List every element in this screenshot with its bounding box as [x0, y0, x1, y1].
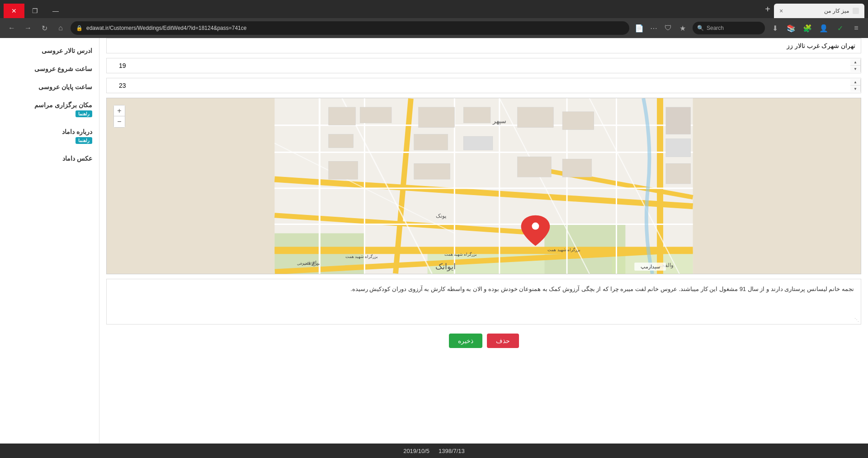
start-time-down[interactable]: ▼ — [850, 66, 860, 72]
map-container[interactable]: ایوانک سپهر پونک باغ فب والفجر بزرگراه ش… — [106, 98, 861, 274]
svg-rect-32 — [463, 137, 493, 150]
search-icon: 🔍 — [697, 25, 704, 31]
new-tab-button[interactable]: + — [765, 4, 770, 14]
cancel-button[interactable]: حذف — [487, 334, 519, 348]
browser-toolbar: ← → ↻ ⌂ 🔒 edawat.ir/Customers/Weddings/E… — [0, 18, 868, 38]
tab-favicon — [853, 8, 859, 14]
ceremony-badge[interactable]: راهنما — [75, 110, 92, 117]
security-icon: 🔒 — [76, 25, 83, 31]
svg-text:ایوانک: ایوانک — [435, 262, 456, 272]
svg-rect-26 — [329, 107, 356, 125]
shield-icon[interactable]: 🛡 — [662, 22, 675, 34]
home-button[interactable]: ⌂ — [54, 22, 67, 34]
zoom-in-button[interactable]: + — [114, 105, 125, 116]
resize-handle[interactable]: ⋰ — [107, 315, 861, 324]
tab-title: میز کار من — [824, 8, 849, 14]
sidebar-label-start: ساعت شروع عروسی — [34, 65, 92, 72]
form-section: ▲ ▼ ▲ ▼ — [99, 38, 868, 93]
tab-close-btn[interactable]: × — [779, 7, 783, 14]
description-section: نجمه خانم لیسانس پرستاری دارند و از سال … — [106, 279, 861, 324]
main-area: ▲ ▼ ▲ ▼ — [99, 38, 868, 444]
sidebar-label-end: ساعت پایان عروسی — [38, 83, 92, 91]
map-zoom-controls[interactable]: + − — [113, 105, 125, 128]
page-content: ▲ ▼ ▲ ▼ — [0, 38, 868, 444]
button-row: حذف ذخیره — [99, 329, 868, 353]
toolbar-icons: 📄 ⋯ 🛡 ★ — [633, 22, 689, 34]
status-bar: 2019/10/5 1398/7/13 — [0, 444, 868, 458]
sidebar-item-start-time: ساعت شروع عروسی — [7, 65, 92, 72]
download-icon[interactable]: ⬇ — [769, 22, 781, 34]
address-input[interactable] — [107, 38, 861, 53]
url-text: edawat.ir/Customers/Weddings/EditWed4/?i… — [86, 25, 624, 31]
profile-icon[interactable]: 👤 — [817, 22, 830, 34]
sidebar: ادرس تالار عروسی ساعت شروع عروسی ساعت پا… — [0, 38, 99, 444]
save-button[interactable]: ذخیره — [449, 334, 482, 348]
groom-badge[interactable]: راهنما — [75, 137, 92, 144]
start-time-row: ▲ ▼ — [106, 58, 861, 73]
sidebar-label-groom: درباره داماد — [62, 128, 92, 135]
menu-icon[interactable]: ≡ — [850, 22, 863, 34]
close-button[interactable]: ✕ — [4, 4, 24, 18]
svg-rect-38 — [414, 163, 450, 179]
svg-text:بزرگراه شهید همت: بزرگراه شهید همت — [547, 247, 580, 253]
address-bar[interactable]: 🔒 edawat.ir/Customers/Weddings/EditWed4/… — [71, 21, 629, 35]
svg-text:بزرگراه شهید همت: بزرگراه شهید همت — [345, 254, 378, 259]
window-controls: — ❐ ✕ — [4, 4, 66, 18]
sidebar-item-ceremony-location: مکان برگزاری مراسم راهنما — [7, 101, 92, 117]
svg-rect-39 — [518, 157, 552, 177]
svg-rect-35 — [666, 107, 691, 134]
sidebar-item-venue-address: ادرس تالار عروسی — [7, 47, 92, 54]
svg-text:سیدارمپ: سیدارمپ — [641, 264, 660, 270]
svg-rect-34 — [562, 112, 594, 130]
svg-rect-28 — [419, 107, 455, 128]
search-label: Search — [707, 25, 724, 31]
start-time-input[interactable] — [107, 58, 850, 73]
svg-text:پونک: پونک — [436, 213, 446, 219]
minimize-button[interactable]: — — [45, 4, 66, 18]
map-svg: ایوانک سپهر پونک باغ فب والفجر بزرگراه ش… — [107, 98, 861, 274]
sidebar-item-about-groom: درباره داماد راهنما — [7, 128, 92, 144]
svg-rect-36 — [666, 139, 691, 157]
end-time-down[interactable]: ▼ — [850, 86, 860, 92]
library-icon[interactable]: 📚 — [785, 22, 797, 34]
back-button[interactable]: ← — [5, 22, 18, 34]
svg-rect-40 — [562, 159, 592, 177]
start-time-spinners[interactable]: ▲ ▼ — [850, 59, 861, 72]
active-tab[interactable]: میز کار من × — [774, 4, 864, 18]
svg-rect-41 — [666, 163, 691, 184]
search-box[interactable]: 🔍 Search — [693, 22, 765, 34]
end-time-row: ▲ ▼ — [106, 78, 861, 93]
start-time-up[interactable]: ▲ — [850, 59, 860, 66]
svg-rect-29 — [463, 107, 491, 123]
sidebar-label-ceremony: مکان برگزاری مراسم — [34, 101, 92, 109]
svg-rect-33 — [518, 107, 554, 128]
more-icon[interactable]: ⋯ — [647, 22, 660, 34]
end-time-up[interactable]: ▲ — [850, 79, 860, 86]
sidebar-item-end-time: ساعت پایان عروسی — [7, 83, 92, 91]
svg-rect-30 — [329, 134, 354, 148]
reader-icon[interactable]: 📄 — [633, 22, 646, 34]
extensions-icon[interactable]: 🧩 — [801, 22, 814, 34]
sidebar-label-photo: عکس داماد — [62, 155, 92, 162]
sidebar-label-venue: ادرس تالار عروسی — [42, 47, 92, 54]
gregorian-date: 2019/10/5 — [403, 448, 429, 454]
svg-rect-31 — [414, 134, 448, 150]
svg-text:بزرگراه شهید همت: بزرگراه شهید همت — [444, 252, 477, 257]
address-field-row — [106, 38, 861, 53]
end-time-spinners[interactable]: ▲ ▼ — [850, 79, 861, 92]
refresh-button[interactable]: ↻ — [38, 22, 51, 34]
jalali-date: 1398/7/13 — [439, 448, 465, 454]
forward-button[interactable]: → — [22, 22, 34, 34]
description-text: نجمه خانم لیسانس پرستاری دارند و از سال … — [107, 279, 861, 315]
restore-button[interactable]: ❐ — [24, 4, 45, 18]
zoom-out-button[interactable]: − — [114, 116, 125, 127]
svg-text:بزرگراه اشرفی: بزرگراه اشرفی — [297, 261, 320, 266]
bookmark-icon[interactable]: ★ — [676, 22, 689, 34]
svg-rect-37 — [329, 161, 358, 179]
sidebar-item-groom-photo: عکس داماد — [7, 155, 92, 162]
end-time-input[interactable] — [107, 78, 850, 93]
svg-text:سپهر: سپهر — [492, 118, 506, 125]
tab-bar: میز کار من × + — ❐ ✕ — [0, 0, 868, 18]
svg-rect-27 — [360, 107, 392, 123]
verified-icon[interactable]: ✓ — [834, 22, 846, 34]
